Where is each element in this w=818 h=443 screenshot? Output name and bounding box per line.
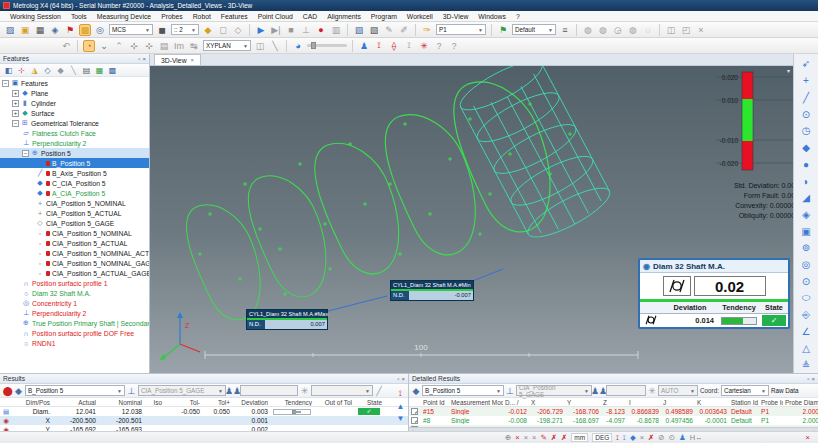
probe-combo[interactable]: P1▼ (436, 24, 486, 35)
report-flag-icon[interactable]: ⚑ (64, 24, 76, 36)
min-deviation-label[interactable]: CYL1_Diam 32 Shaft M.A.#Min N.D. -0.007 (390, 280, 474, 301)
detailed-column-label[interactable]: Probe Diameter (783, 399, 818, 406)
tree-item[interactable]: C_CIA_Position 5 (0, 178, 149, 188)
ruler-icon[interactable]: ≜ (799, 357, 814, 373)
raw-data-button[interactable]: Raw Data (771, 387, 799, 394)
detailed-column-label[interactable]: Measurement Mode (449, 399, 503, 406)
menu-item[interactable]: Measuring Device (93, 12, 155, 21)
slot-icon[interactable]: ⎆ (799, 307, 814, 323)
checker-tool-icon[interactable]: ▩ (107, 65, 118, 76)
detailed-row[interactable]: ✓ #6 Single -0.017 -198.776 -168.733 -7.… (409, 425, 818, 427)
detailed-column-label[interactable]: I (627, 399, 661, 406)
menu-item[interactable]: Point Cloud (254, 12, 297, 21)
tree-item[interactable]: Geometrical Tolerance (0, 118, 149, 128)
tree-item[interactable]: Position 5 (0, 148, 149, 158)
cad-compare-icon[interactable]: ◇ (232, 24, 244, 36)
delete2-icon[interactable]: × (524, 433, 528, 442)
axis-system-icon[interactable]: ⊹ (16, 65, 27, 76)
detailed-column-label[interactable]: D... / (503, 399, 529, 406)
help1-icon[interactable]: ? (433, 40, 445, 52)
result-callout[interactable]: ◉ Diam 32 Shaft M.A. 0.02 Deviation Tend… (638, 258, 790, 329)
results-column-label[interactable]: Tol- (164, 399, 202, 406)
menu-item[interactable]: Windows (474, 12, 510, 21)
menu-item[interactable]: Alignments (323, 12, 365, 21)
tree-expander-icon[interactable] (12, 100, 19, 107)
probe-config-icon[interactable]: ▩ (79, 24, 91, 36)
tree-item[interactable]: Position surfacic profile DOF Free (0, 328, 149, 338)
menu-item[interactable]: Workcell (403, 12, 437, 21)
ellipse-icon[interactable]: ⬭ (799, 290, 814, 306)
doc-tool-icon[interactable]: ▤ (81, 65, 92, 76)
menu-item[interactable]: Probes (157, 12, 187, 21)
cancel1-icon[interactable]: × (640, 433, 644, 442)
select-vector-icon[interactable]: ⌄ (98, 40, 110, 52)
delete3-icon[interactable]: × (532, 433, 536, 442)
detailed-column-label[interactable]: Probe Id (759, 399, 783, 406)
program-grid-icon[interactable]: ▥ (330, 24, 342, 36)
sphere4-icon[interactable]: ◍ (627, 24, 639, 36)
edit-pen-icon[interactable]: ✎ (540, 433, 546, 442)
results-feature-combo[interactable]: B_Position 5▼ (25, 385, 125, 396)
detailed-column-label[interactable]: Point Id (421, 399, 449, 406)
probe-gray-icon[interactable]: ⟟ (403, 40, 415, 52)
grid-tool-icon[interactable]: ▦ (94, 65, 105, 76)
results-column-label[interactable]: Out of Tol (314, 399, 354, 406)
tree-item[interactable]: True Position Primary Shaft | Secondary … (0, 318, 149, 328)
im-icon[interactable]: Im (173, 40, 185, 52)
tree-item[interactable]: CIA_Position 5_GAGE (0, 218, 149, 228)
tree-item[interactable]: Plane (0, 88, 149, 98)
open-session-icon[interactable]: ▨ (4, 24, 16, 36)
detailed-row[interactable]: ✓ #15 Single -0.012 -206.729 -168.706 -8… (409, 407, 818, 416)
results-net-icon[interactable]: ✳ (300, 385, 309, 397)
target-icon[interactable]: ⊕ (505, 433, 511, 442)
clock-icon[interactable]: ⊙ (669, 433, 675, 442)
anchor2-icon[interactable]: ⊹ (143, 40, 155, 52)
detailed-gage-combo[interactable]: CIA_Position 5_GAGE▼ (516, 385, 592, 396)
sphere-icon[interactable]: ● (799, 156, 814, 172)
circle-pattern3-icon[interactable]: ⊙ (799, 274, 814, 290)
close-panel-icon[interactable]: × (142, 56, 146, 62)
import-session-icon[interactable]: ▣ (19, 24, 31, 36)
probe-red-icon[interactable]: ⟟ (373, 40, 385, 52)
doc-edit-icon[interactable]: ▧ (368, 24, 380, 36)
menu-item[interactable]: CAD (299, 12, 321, 21)
detailed-feature-combo[interactable]: B_Position 5▼ (422, 385, 504, 396)
list-icon[interactable]: ≡ (559, 24, 571, 36)
refresh-icon[interactable]: ↹ (188, 40, 200, 52)
results-row[interactable]: Diam. 12.041 12.038 -0.050 0.050 0.003 ✓ (0, 407, 408, 416)
results-column-label[interactable]: Nominal (98, 399, 144, 406)
cone-icon[interactable]: ◢ (799, 190, 814, 206)
results-column-label[interactable]: Deviation (232, 399, 270, 406)
cad-model-icon[interactable]: ◻ (217, 24, 229, 36)
arc-icon[interactable]: ◷ (799, 123, 814, 139)
detailed-net-icon[interactable]: ✳ (648, 385, 656, 397)
point-icon[interactable]: + (799, 73, 814, 89)
run-stop-icon[interactable]: ■ (285, 24, 297, 36)
angle-units-indicator[interactable]: DEG (592, 433, 612, 442)
tree-item[interactable]: Position surfacic profile 1 (0, 278, 149, 288)
probe-status1-icon[interactable]: ⟟ (616, 433, 619, 443)
callout-header[interactable]: ◉ Diam 32 Shaft M.A. (640, 260, 788, 273)
tree-item[interactable]: B_Position 5 (0, 158, 149, 168)
tree-item[interactable]: CIA_Position 5_NOMINAL_GAGE (0, 258, 149, 268)
pick-point-icon[interactable]: ⌃ (113, 40, 125, 52)
doc-blue-icon[interactable]: ▧ (353, 24, 365, 36)
results-row[interactable]: X -200.500 -200.501 0.001 ✓ (0, 416, 408, 425)
menu-item[interactable]: Robot (189, 12, 215, 21)
tree-expander-icon[interactable] (12, 90, 19, 97)
dock1-icon[interactable]: ◫ (665, 24, 677, 36)
tree-item[interactable]: Perpendicularity 2 (0, 138, 149, 148)
tree-item[interactable]: CIA_Position 5_NOMINAL (0, 198, 149, 208)
tree-item[interactable]: CIA_Position 5_ACTUAL_GAGE (0, 268, 149, 278)
max-deviation-label[interactable]: CYL1_Diam 32 Shaft M.A.#Max N.D. 0.007 (246, 309, 328, 330)
tree-item[interactable]: CIA_Position 5_ACTUAL (0, 238, 149, 248)
sphere-red-icon[interactable]: ◕ (292, 40, 304, 52)
view-cube-icon[interactable]: ◼ (156, 24, 168, 36)
undo-icon[interactable]: ↶ (60, 40, 72, 52)
probe-status2-icon[interactable]: ⟟ (623, 433, 626, 443)
tab-3d-view[interactable]: 3D-View × (154, 54, 201, 65)
sphere3-icon[interactable]: ◶ (612, 24, 624, 36)
nav-down-icon[interactable]: ▼ (395, 413, 406, 423)
tree-item[interactable]: Features (0, 78, 149, 88)
surface-icon[interactable]: ◈ (799, 207, 814, 223)
